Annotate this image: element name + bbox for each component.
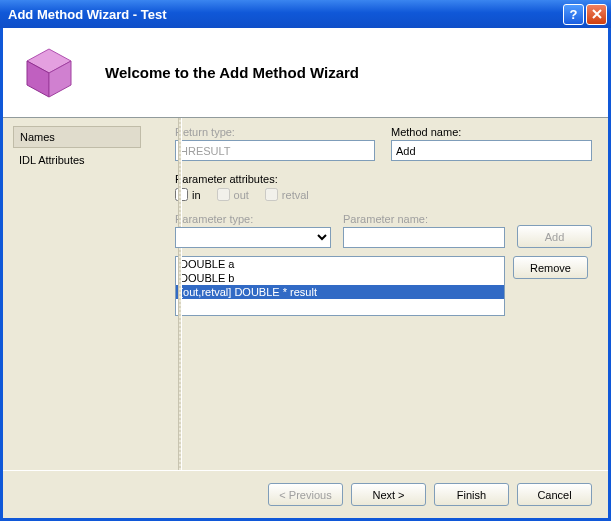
title-buttons: ? bbox=[563, 4, 607, 25]
next-button[interactable]: Next > bbox=[351, 483, 426, 506]
finish-button[interactable]: Finish bbox=[434, 483, 509, 506]
checkbox-in-label: in bbox=[192, 189, 201, 201]
wizard-cube-icon bbox=[17, 41, 81, 105]
content-area: Names IDL Attributes Return type: Method… bbox=[3, 118, 608, 470]
return-type-input bbox=[175, 140, 375, 161]
return-type-label: Return type: bbox=[175, 126, 375, 138]
method-name-input[interactable] bbox=[391, 140, 592, 161]
param-type-combo[interactable] bbox=[175, 227, 331, 248]
list-item[interactable]: DOUBLE b bbox=[176, 271, 504, 285]
window-body: Welcome to the Add Method Wizard Names I… bbox=[0, 28, 611, 521]
remove-button[interactable]: Remove bbox=[513, 256, 588, 279]
param-attr-checkboxes: in out retval bbox=[175, 188, 592, 201]
title-bar: Add Method Wizard - Test ? bbox=[0, 0, 611, 28]
sidebar-divider bbox=[178, 118, 182, 470]
wizard-header: Welcome to the Add Method Wizard bbox=[3, 28, 608, 118]
wizard-heading: Welcome to the Add Method Wizard bbox=[105, 64, 359, 81]
close-icon[interactable] bbox=[586, 4, 607, 25]
wizard-footer: < Previous Next > Finish Cancel bbox=[3, 470, 608, 518]
param-name-input[interactable] bbox=[343, 227, 505, 248]
window-title: Add Method Wizard - Test bbox=[8, 7, 563, 22]
sidebar-item-label: IDL Attributes bbox=[19, 154, 85, 166]
method-name-label: Method name: bbox=[391, 126, 592, 138]
param-type-label: Parameter type: bbox=[175, 213, 331, 225]
add-button: Add bbox=[517, 225, 592, 248]
sidebar-item-names[interactable]: Names bbox=[13, 126, 141, 148]
checkbox-out bbox=[217, 188, 230, 201]
list-item[interactable]: DOUBLE a bbox=[176, 257, 504, 271]
param-name-label: Parameter name: bbox=[343, 213, 505, 225]
sidebar-item-label: Names bbox=[20, 131, 55, 143]
sidebar-item-idl-attributes[interactable]: IDL Attributes bbox=[13, 150, 141, 170]
checkbox-out-label: out bbox=[234, 189, 249, 201]
wizard-sidebar: Names IDL Attributes bbox=[3, 118, 151, 470]
parameter-list[interactable]: DOUBLE a DOUBLE b [out,retval] DOUBLE * … bbox=[175, 256, 505, 316]
previous-button: < Previous bbox=[268, 483, 343, 506]
checkbox-retval bbox=[265, 188, 278, 201]
help-icon[interactable]: ? bbox=[563, 4, 584, 25]
main-form: Return type: Method name: Parameter attr… bbox=[151, 118, 608, 470]
list-item[interactable]: [out,retval] DOUBLE * result bbox=[176, 285, 504, 299]
checkbox-retval-label: retval bbox=[282, 189, 309, 201]
cancel-button[interactable]: Cancel bbox=[517, 483, 592, 506]
param-attr-label: Parameter attributes: bbox=[175, 173, 278, 185]
